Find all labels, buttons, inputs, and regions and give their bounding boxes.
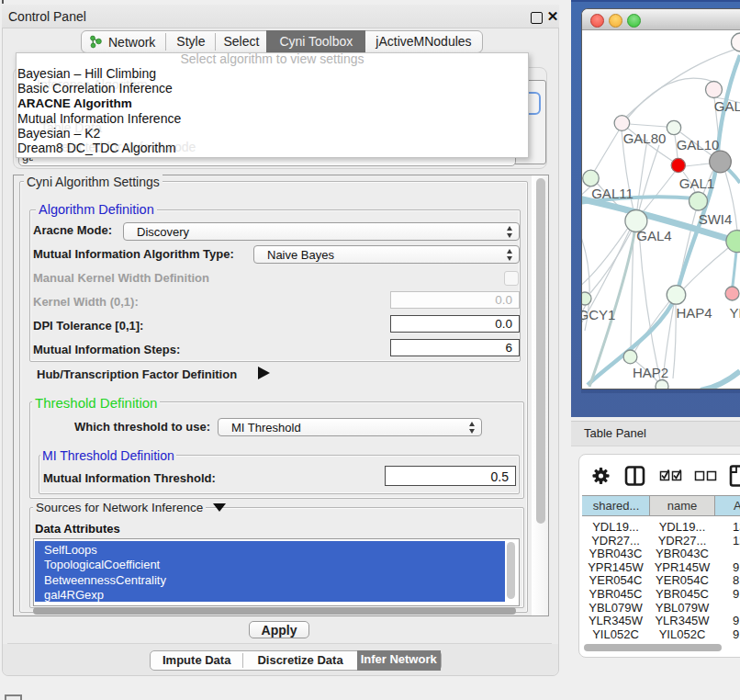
svg-text:GAL80: GAL80 — [623, 130, 667, 146]
svg-text:GCY1: GCY1 — [582, 307, 615, 322]
svg-text:GAL10: GAL10 — [677, 137, 720, 152]
svg-text:GAL11: GAL11 — [591, 186, 633, 201]
svg-text:YD: YD — [730, 305, 740, 321]
svg-text:GAL1: GAL1 — [679, 175, 714, 191]
svg-text:GAL4: GAL4 — [636, 228, 671, 243]
svg-text:SWI4: SWI4 — [699, 211, 733, 227]
svg-text:HAP2: HAP2 — [633, 365, 668, 380]
svg-text:HAP4: HAP4 — [676, 305, 712, 321]
svg-text:GAL7: GAL7 — [714, 98, 740, 114]
